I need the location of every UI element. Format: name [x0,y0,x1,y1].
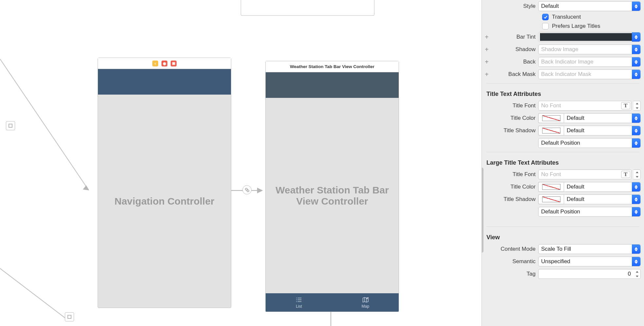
label-large-title-color: Title Color [491,184,536,190]
font-size-stepper[interactable] [634,170,641,179]
tab-list[interactable]: List [266,293,332,312]
label-shadow: Shadow [491,46,536,53]
chevron-updown-icon [632,2,640,11]
add-attribute-button[interactable]: + [484,34,490,40]
svg-marker-44 [635,249,638,251]
chevron-updown-icon [632,195,640,204]
add-attribute-button[interactable]: + [484,71,490,77]
first-responder-icon: ◉ [161,61,167,66]
svg-rect-3 [9,124,12,127]
svg-marker-38 [635,187,638,189]
tab-label: List [296,304,302,309]
style-popup[interactable]: Default [538,1,641,11]
attributes-inspector: +Style Default Translucent Prefers L [482,0,644,326]
chevron-updown-icon [632,244,640,254]
tab-map[interactable]: Map [332,293,399,312]
svg-marker-35 [636,172,638,173]
svg-marker-23 [635,60,638,62]
chevron-updown-icon [632,70,640,79]
svg-marker-18 [635,7,638,9]
back-mask-popup[interactable]: Back Indicator Mask [538,69,641,79]
scene-navigation-controller[interactable]: ‹ ◉ ▣ Navigation Controller [98,58,231,308]
content-mode-popup[interactable]: Scale To Fill [538,244,641,254]
svg-marker-32 [635,131,638,133]
svg-marker-22 [635,50,638,52]
add-attribute-button[interactable]: + [484,46,490,52]
label-title-font: Title Font [491,102,536,109]
title-shadow-well[interactable] [538,126,564,136]
navigation-bar-preview [98,69,231,95]
svg-marker-41 [635,210,638,212]
font-picker-icon[interactable]: T [621,171,630,178]
large-title-shadow-position-popup[interactable]: Default Position [538,207,641,217]
label-content-mode: Content Mode [491,246,536,252]
section-title-text-attributes: Title Text Attributes [482,86,644,100]
large-title-shadow-well[interactable] [538,194,564,204]
chevron-updown-icon [632,57,640,66]
label-back-mask: Back Mask [491,71,536,78]
back-icon: ‹ [152,61,158,66]
large-title-color-popup[interactable]: Default [564,182,641,192]
large-title-shadow-popup[interactable]: Default [564,194,641,204]
svg-marker-40 [635,200,638,202]
chevron-updown-icon [632,114,640,123]
svg-marker-17 [635,4,638,6]
title-shadow-popup[interactable]: Default [564,126,641,136]
chevron-updown-icon [632,138,640,148]
title-shadow-position-popup[interactable]: Default Position [538,138,641,148]
label-bar-tint: Bar Tint [491,34,536,40]
svg-point-14 [296,301,297,302]
tag-field[interactable]: 0 [538,269,634,279]
add-attribute-button[interactable]: + [484,59,490,65]
svg-marker-33 [635,141,638,143]
bar-tint-colorwell[interactable] [540,33,638,41]
segue-badge-icon[interactable] [242,185,252,194]
section-large-title-text-attributes: Large Title Text Attributes [482,155,644,168]
title-font-field[interactable]: No Font T [538,101,632,111]
svg-marker-20 [635,37,638,39]
label-translucent: Translucent [552,14,581,20]
title-color-popup[interactable]: Default [564,113,641,123]
semantic-popup[interactable]: Unspecified [538,257,641,266]
title-color-well[interactable] [538,113,564,123]
chevron-updown-icon [632,182,640,191]
prefers-large-titles-checkbox[interactable] [542,23,549,29]
svg-marker-39 [635,197,638,199]
bar-tint-popup[interactable] [538,32,641,42]
font-size-stepper[interactable] [634,101,641,111]
svg-marker-31 [635,129,638,131]
svg-marker-43 [635,247,638,249]
section-view: View [482,229,644,243]
svg-line-2 [0,268,69,321]
large-title-color-well[interactable] [538,182,564,192]
chevron-updown-icon [632,207,640,216]
scene-header: ‹ ◉ ▣ [98,58,231,69]
tag-stepper[interactable] [634,269,641,279]
chevron-updown-icon [632,126,640,135]
svg-marker-34 [635,143,638,145]
list-icon [295,296,303,303]
svg-marker-26 [635,75,638,77]
font-picker-icon[interactable]: T [621,102,630,109]
label-title-shadow: Title Shadow [491,127,536,134]
navigation-bar-preview [266,72,399,98]
svg-point-12 [296,298,297,298]
svg-marker-42 [635,212,638,214]
shadow-image-popup[interactable]: Shadow Image [538,45,641,54]
label-style: Style [491,3,536,9]
exit-icon: ▣ [171,61,177,66]
svg-point-15 [366,298,368,299]
large-title-font-field[interactable]: No Font T [538,170,632,179]
scene-weather-station-tabbar[interactable]: Weather Station Tab Bar View Controller … [265,61,399,312]
svg-marker-45 [635,260,638,262]
storyboard-canvas[interactable]: ‹ ◉ ▣ Navigation Controller Weather Stat… [0,0,482,326]
svg-marker-28 [636,107,638,109]
back-indicator-popup[interactable]: Back Indicator Image [538,57,641,67]
svg-marker-47 [636,271,638,273]
translucent-checkbox[interactable] [542,14,549,20]
svg-marker-6 [257,188,262,193]
svg-point-13 [296,299,297,300]
svg-marker-48 [636,276,638,277]
scene-placeholder-title: Navigation Controller [98,95,231,308]
constraint-badge-icon [65,312,74,321]
